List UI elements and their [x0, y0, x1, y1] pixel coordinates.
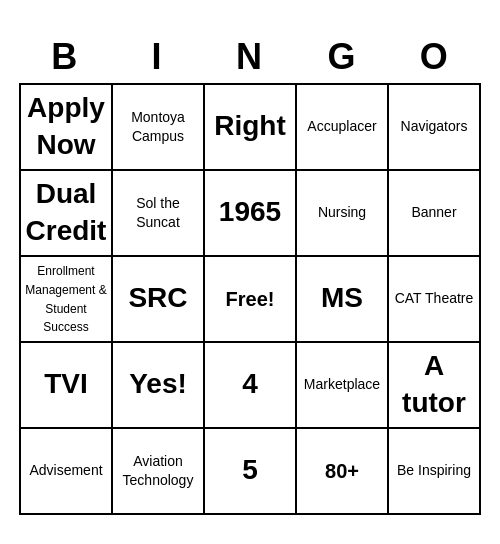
cell-text: 5	[242, 454, 258, 485]
table-cell: Nursing	[296, 170, 388, 256]
cell-text: Free!	[226, 288, 275, 310]
table-row: Enrollment Management & Student SuccessS…	[20, 256, 480, 342]
cell-text: Banner	[411, 204, 456, 220]
cell-text: CAT Theatre	[395, 290, 474, 306]
table-cell: CAT Theatre	[388, 256, 480, 342]
table-cell: Free!	[204, 256, 296, 342]
table-cell: TVI	[20, 342, 112, 428]
table-cell: Yes!	[112, 342, 204, 428]
cell-text: Advisement	[29, 462, 102, 478]
cell-text: Navigators	[401, 118, 468, 134]
table-cell: 80+	[296, 428, 388, 514]
header-letter: I	[111, 30, 203, 84]
header-letter: B	[19, 30, 111, 84]
table-cell: Dual Credit	[20, 170, 112, 256]
cell-text: SRC	[128, 282, 187, 313]
bingo-header: BINGO	[19, 30, 481, 84]
table-cell: Advisement	[20, 428, 112, 514]
table-cell: Right	[204, 84, 296, 170]
cell-text: 4	[242, 368, 258, 399]
table-cell: Sol the Suncat	[112, 170, 204, 256]
cell-text: 80+	[325, 460, 359, 482]
header-letter: O	[389, 30, 481, 84]
table-row: Dual CreditSol the Suncat1965NursingBann…	[20, 170, 480, 256]
cell-text: MS	[321, 282, 363, 313]
header-letter: N	[204, 30, 296, 84]
header-letter: G	[296, 30, 388, 84]
table-cell: MS	[296, 256, 388, 342]
cell-text: Dual Credit	[26, 178, 107, 245]
table-cell: A tutor	[388, 342, 480, 428]
cell-text: Be Inspiring	[397, 462, 471, 478]
table-cell: SRC	[112, 256, 204, 342]
table-cell: 5	[204, 428, 296, 514]
table-cell: 1965	[204, 170, 296, 256]
cell-text: Nursing	[318, 204, 366, 220]
table-cell: Aviation Technology	[112, 428, 204, 514]
cell-text: 1965	[219, 196, 281, 227]
cell-text: Aviation Technology	[123, 453, 194, 487]
table-cell: Navigators	[388, 84, 480, 170]
table-row: Apply NowMontoya CampusRightAccuplacerNa…	[20, 84, 480, 170]
cell-text: Apply Now	[27, 92, 105, 159]
cell-text: Sol the Suncat	[136, 195, 180, 229]
table-cell: Apply Now	[20, 84, 112, 170]
table-cell: Accuplacer	[296, 84, 388, 170]
cell-text: Yes!	[129, 368, 187, 399]
cell-text: Enrollment Management & Student Success	[25, 264, 106, 334]
cell-text: TVI	[44, 368, 88, 399]
table-row: TVIYes!4MarketplaceA tutor	[20, 342, 480, 428]
cell-text: Montoya Campus	[131, 109, 185, 143]
table-cell: Banner	[388, 170, 480, 256]
table-cell: 4	[204, 342, 296, 428]
table-cell: Enrollment Management & Student Success	[20, 256, 112, 342]
cell-text: Marketplace	[304, 376, 380, 392]
table-row: AdvisementAviation Technology580+Be Insp…	[20, 428, 480, 514]
table-cell: Marketplace	[296, 342, 388, 428]
cell-text: A tutor	[402, 350, 466, 417]
cell-text: Right	[214, 110, 286, 141]
bingo-table: Apply NowMontoya CampusRightAccuplacerNa…	[19, 84, 481, 515]
table-cell: Montoya Campus	[112, 84, 204, 170]
table-cell: Be Inspiring	[388, 428, 480, 514]
cell-text: Accuplacer	[307, 118, 376, 134]
